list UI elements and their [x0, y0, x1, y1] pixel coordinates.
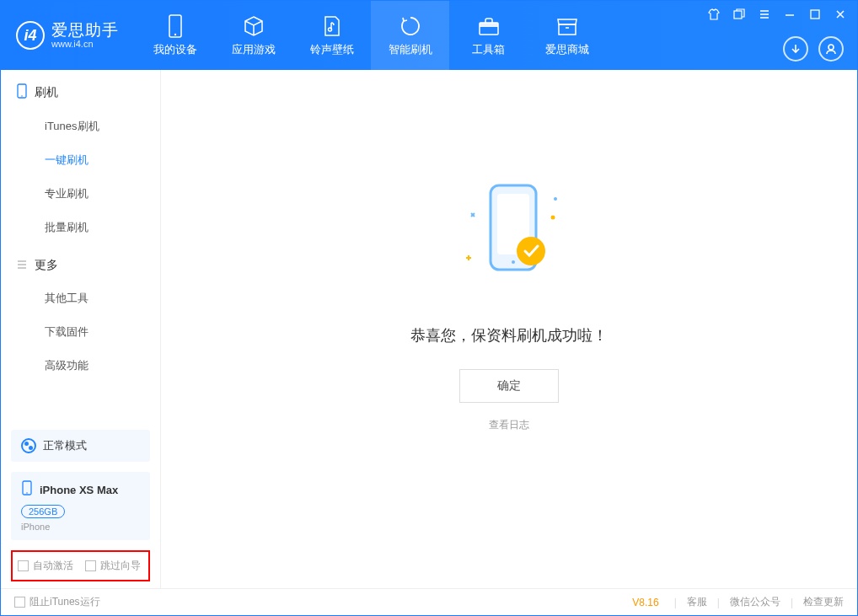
- confirm-button[interactable]: 确定: [459, 369, 559, 403]
- header-actions: [783, 36, 844, 62]
- device-type: iPhone: [21, 522, 140, 532]
- music-file-icon: [320, 14, 344, 38]
- store-icon: [555, 14, 579, 38]
- app-header: i4 爱思助手 www.i4.cn 我的设备 应用游戏 铃声壁纸: [1, 1, 857, 70]
- device-phone-icon: [21, 480, 33, 499]
- checkbox-label: 阻止iTunes运行: [29, 595, 100, 609]
- phone-icon: [16, 83, 28, 101]
- footer: 阻止iTunes运行 V8.16 | 客服 | 微信公众号 | 检查更新: [1, 588, 857, 615]
- mode-box[interactable]: 正常模式: [11, 430, 150, 462]
- main-nav: 我的设备 应用游戏 铃声壁纸 智能刷机 工具箱: [136, 1, 606, 70]
- footer-wechat-link[interactable]: 微信公众号: [730, 595, 780, 609]
- svg-point-15: [512, 260, 515, 264]
- svg-point-2: [328, 28, 331, 31]
- footer-support-link[interactable]: 客服: [687, 595, 707, 609]
- svg-point-18: [554, 197, 557, 201]
- window-controls: [705, 6, 849, 23]
- normal-mode-icon: [21, 438, 36, 453]
- app-title: 爱思助手: [51, 22, 119, 40]
- app-subtitle: www.i4.cn: [51, 39, 119, 49]
- toolbox-icon: [477, 14, 501, 38]
- maximize-icon[interactable]: [807, 6, 823, 23]
- svg-rect-4: [480, 23, 498, 27]
- sidebar-item-batch-flash[interactable]: 批量刷机: [1, 211, 160, 244]
- svg-point-17: [551, 216, 555, 220]
- minimize-icon[interactable]: [781, 6, 798, 23]
- device-name: iPhone XS Max: [40, 484, 118, 496]
- sidebar-item-advanced[interactable]: 高级功能: [1, 349, 160, 383]
- list-icon: [16, 259, 28, 273]
- checkbox-auto-activate[interactable]: 自动激活: [18, 559, 73, 573]
- section-label: 更多: [35, 258, 58, 273]
- section-label: 刷机: [35, 85, 58, 100]
- nav-label: 应用游戏: [232, 42, 276, 57]
- shirt-icon[interactable]: [705, 6, 722, 23]
- sidebar-item-one-click-flash[interactable]: 一键刷机: [1, 143, 160, 177]
- nav-toolbox[interactable]: 工具箱: [449, 1, 528, 70]
- checkbox-skip-guide[interactable]: 跳过向导: [85, 559, 141, 573]
- checkbox-label: 自动激活: [33, 559, 73, 573]
- checkbox-icon: [14, 597, 25, 608]
- success-message: 恭喜您，保资料刷机成功啦！: [410, 325, 608, 345]
- menu-icon[interactable]: [756, 6, 773, 23]
- nav-label: 智能刷机: [389, 42, 432, 57]
- svg-rect-5: [559, 24, 576, 35]
- section-more: 更多: [1, 244, 160, 281]
- device-capacity: 256GB: [21, 505, 65, 518]
- checkbox-block-itunes[interactable]: 阻止iTunes运行: [14, 595, 100, 609]
- sidebar-item-pro-flash[interactable]: 专业刷机: [1, 177, 160, 211]
- checkbox-icon: [18, 560, 29, 571]
- logo-text: 爱思助手 www.i4.cn: [51, 22, 119, 50]
- sidebar-item-download-firmware[interactable]: 下载固件: [1, 315, 160, 349]
- svg-point-8: [829, 45, 834, 50]
- logo-area: i4 爱思助手 www.i4.cn: [1, 1, 136, 70]
- svg-point-12: [26, 492, 28, 494]
- user-button[interactable]: [818, 36, 844, 62]
- footer-check-update-link[interactable]: 检查更新: [803, 595, 844, 609]
- main-content: 恭喜您，保资料刷机成功啦！ 确定 查看日志: [161, 70, 857, 588]
- nav-label: 我的设备: [153, 42, 197, 57]
- nav-label: 爱思商城: [545, 42, 589, 57]
- section-flash: 刷机: [1, 70, 160, 110]
- cube-icon: [242, 14, 265, 38]
- device-box[interactable]: iPhone XS Max 256GB iPhone: [11, 472, 150, 540]
- success-illustration: [425, 175, 593, 302]
- svg-rect-6: [734, 11, 742, 19]
- view-log-link[interactable]: 查看日志: [489, 418, 529, 432]
- mode-label: 正常模式: [43, 438, 87, 453]
- checkbox-label: 跳过向导: [100, 559, 141, 573]
- nav-smart-flash[interactable]: 智能刷机: [371, 1, 449, 70]
- recent-icon[interactable]: [731, 6, 748, 23]
- version-label: V8.16: [632, 597, 658, 608]
- body-area: 刷机 iTunes刷机 一键刷机 专业刷机 批量刷机 更多 其他工具 下载固件 …: [1, 70, 857, 588]
- nav-ringtone-wallpaper[interactable]: 铃声壁纸: [292, 1, 371, 70]
- svg-point-16: [517, 237, 545, 265]
- close-icon[interactable]: [832, 6, 849, 23]
- nav-apps-games[interactable]: 应用游戏: [214, 1, 292, 70]
- device-icon: [164, 14, 187, 38]
- refresh-shield-icon: [399, 14, 422, 38]
- nav-label: 铃声壁纸: [310, 42, 354, 57]
- sidebar-item-other-tools[interactable]: 其他工具: [1, 281, 160, 315]
- nav-my-device[interactable]: 我的设备: [136, 1, 214, 70]
- download-button[interactable]: [783, 36, 808, 62]
- svg-rect-7: [811, 10, 819, 19]
- sidebar: 刷机 iTunes刷机 一键刷机 专业刷机 批量刷机 更多 其他工具 下载固件 …: [1, 70, 161, 588]
- nav-label: 工具箱: [472, 42, 505, 57]
- nav-store[interactable]: 爱思商城: [528, 1, 606, 70]
- sidebar-item-itunes-flash[interactable]: iTunes刷机: [1, 110, 160, 143]
- svg-point-10: [21, 95, 23, 97]
- svg-point-1: [174, 33, 175, 35]
- app-logo-icon: i4: [16, 21, 45, 50]
- checkbox-icon: [85, 560, 96, 571]
- option-row-highlighted: 自动激活 跳过向导: [11, 550, 150, 581]
